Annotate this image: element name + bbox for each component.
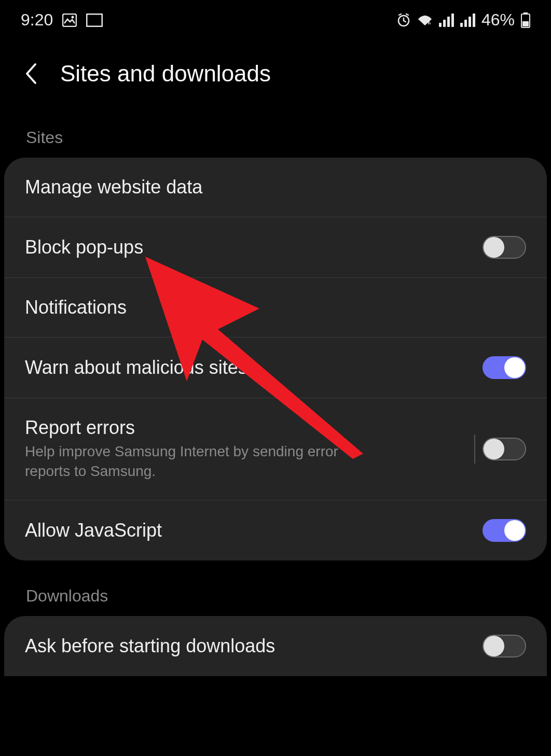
section-label-downloads: Downloads <box>0 586 551 616</box>
status-right: 46% <box>396 10 530 30</box>
warn-malicious-toggle[interactable] <box>483 356 526 379</box>
allow-javascript-toggle[interactable] <box>483 519 526 542</box>
status-time: 9:20 <box>21 10 53 30</box>
alarm-icon <box>396 13 411 27</box>
ask-before-downloads-toggle[interactable] <box>483 635 526 657</box>
section-label-sites: Sites <box>0 128 551 158</box>
downloads-card: Ask before starting downloads <box>4 616 547 676</box>
battery-icon <box>521 12 530 28</box>
header: Sites and downloads <box>0 40 551 128</box>
status-left: 9:20 <box>21 10 103 30</box>
battery-percent: 46% <box>481 10 515 30</box>
divider <box>474 435 475 464</box>
block-popups-item[interactable]: Block pop-ups <box>4 217 547 278</box>
svg-rect-6 <box>522 21 529 26</box>
setting-title: Allow JavaScript <box>25 520 472 541</box>
warn-malicious-item[interactable]: Warn about malicious sites <box>4 338 547 398</box>
setting-title: Manage website data <box>25 176 516 198</box>
setting-title: Block pop-ups <box>25 236 472 258</box>
svg-point-1 <box>72 16 74 18</box>
setting-title: Ask before starting downloads <box>25 635 472 657</box>
setting-subtitle: Help improve Samsung Internet by sending… <box>25 442 357 481</box>
report-errors-toggle[interactable] <box>483 438 526 460</box>
report-errors-item[interactable]: Report errors Help improve Samsung Inter… <box>4 398 547 500</box>
sites-card: Manage website data Block pop-ups Notifi… <box>4 158 547 561</box>
setting-title: Warn about malicious sites <box>25 357 472 379</box>
signal-icon-2 <box>460 13 475 27</box>
allow-javascript-item[interactable]: Allow JavaScript <box>4 500 547 561</box>
back-button[interactable] <box>21 63 42 84</box>
setting-title: Report errors <box>25 417 464 439</box>
signal-icon-1 <box>439 13 454 27</box>
image-icon <box>62 13 77 27</box>
status-bar: 9:20 <box>0 0 551 40</box>
svg-rect-2 <box>87 14 102 26</box>
manage-website-data-item[interactable]: Manage website data <box>4 158 547 217</box>
svg-rect-0 <box>63 14 76 26</box>
wifi-icon <box>417 14 433 26</box>
chevron-left-icon <box>24 62 38 85</box>
setting-title: Notifications <box>25 297 516 318</box>
cast-icon <box>86 13 103 27</box>
notifications-item[interactable]: Notifications <box>4 278 547 338</box>
block-popups-toggle[interactable] <box>483 236 526 259</box>
page-title: Sites and downloads <box>60 61 271 87</box>
ask-before-downloads-item[interactable]: Ask before starting downloads <box>4 616 547 676</box>
